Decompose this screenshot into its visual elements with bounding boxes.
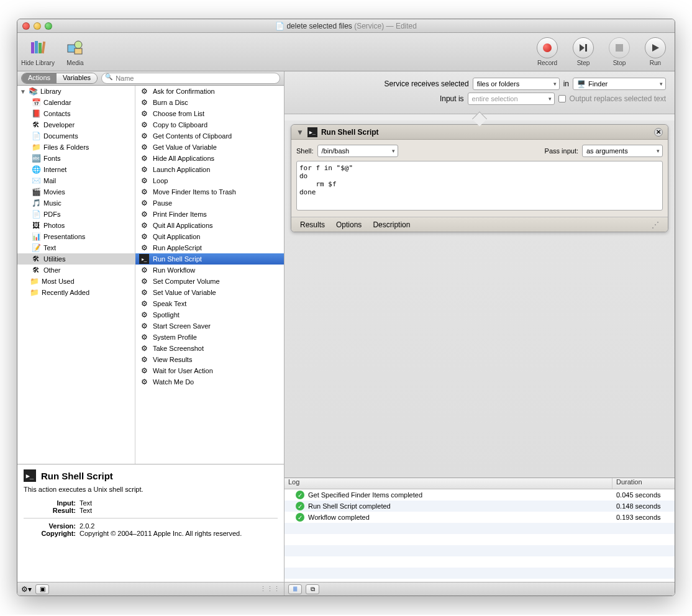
action-label: Pause [153, 199, 172, 207]
action-list-item[interactable]: ⚙︎Loop [135, 175, 284, 186]
output-replaces-checkbox[interactable] [558, 95, 566, 102]
action-label: Set Computer Volume [153, 278, 220, 285]
gear-menu-button[interactable]: ⚙︎▾ [21, 585, 32, 594]
action-list-item[interactable]: ⚙︎Run Workflow [135, 265, 284, 276]
action-list-item[interactable]: ⚙︎Choose from List [135, 108, 284, 119]
category-column[interactable]: ▼ 📚 Library 📅Calendar📕Contacts🛠Developer… [17, 86, 135, 464]
category-item[interactable]: 🎵Music [17, 197, 135, 209]
category-icon: 📄 [31, 131, 41, 141]
action-list-item[interactable]: ⚙︎Quit All Applications [135, 220, 284, 231]
category-item[interactable]: 📅Calendar [17, 97, 135, 108]
category-item[interactable]: ✉️Mail [17, 175, 135, 186]
window-title: 📄 delete selected files (Service) — Edit… [17, 22, 675, 30]
action-header[interactable]: ▼ ▸_ Run Shell Script ✕ [291, 125, 668, 140]
category-item[interactable]: 📁Recently Added [17, 287, 135, 298]
step-icon [579, 43, 588, 52]
log-view-list-button[interactable]: ≣ [288, 584, 302, 594]
action-list-item[interactable]: ⚙︎View Results [135, 354, 284, 365]
category-item[interactable]: 🛠Developer [17, 119, 135, 130]
success-icon: ✓ [296, 502, 304, 510]
column-resize-handle[interactable]: ⋮⋮⋮ [260, 585, 280, 593]
action-label: Get Value of Variable [153, 143, 217, 151]
category-item[interactable]: 📁Most Used [17, 276, 135, 287]
category-item[interactable]: 📕Contacts [17, 108, 135, 119]
category-item[interactable]: 🌐Internet [17, 164, 135, 175]
action-list-item[interactable]: ⚙︎Speak Text [135, 298, 284, 309]
action-list-item[interactable]: ⚙︎Launch Application [135, 164, 284, 175]
action-list-item[interactable]: ⚙︎Set Value of Variable [135, 287, 284, 298]
search-input[interactable] [101, 73, 280, 84]
action-list-item[interactable]: ⚙︎Start Screen Saver [135, 320, 284, 332]
toggle-detail-button[interactable]: ▣ [35, 584, 49, 594]
action-list-item[interactable]: ⚙︎Get Contents of Clipboard [135, 130, 284, 142]
smart-folder-icon: 📁 [29, 288, 39, 297]
action-list-item[interactable]: ⚙︎Run AppleScript [135, 242, 284, 253]
run-button[interactable]: Run [640, 37, 671, 66]
log-row[interactable]: ✓Get Specified Finder Items completed0.0… [285, 489, 675, 500]
run-label: Run [650, 60, 661, 66]
input-is-label: Input is [440, 94, 464, 103]
action-list-item[interactable]: ⚙︎Spotlight [135, 309, 284, 320]
action-list-item[interactable]: ⚙︎Quit Application [135, 231, 284, 242]
actions-column[interactable]: ⚙︎Ask for Confirmation⚙︎Burn a Disc⚙︎Cho… [135, 86, 284, 464]
action-list-item[interactable]: ⚙︎Get Value of Variable [135, 142, 284, 153]
category-item[interactable]: 🖼Photos [17, 220, 135, 231]
input-connector [285, 114, 675, 120]
log-row[interactable]: ✓Workflow completed0.193 seconds [285, 512, 675, 523]
action-list-item[interactable]: ⚙︎Hide All Applications [135, 153, 284, 164]
log-column-duration[interactable]: Duration [612, 478, 675, 489]
action-icon: ⚙︎ [139, 299, 149, 309]
action-list-item[interactable]: ⚙︎Move Finder Items to Trash [135, 186, 284, 197]
category-item[interactable]: 📁Files & Folders [17, 142, 135, 153]
action-list-item[interactable]: ▸_Run Shell Script [135, 253, 284, 265]
action-tab-description[interactable]: Description [373, 220, 410, 229]
category-item[interactable]: 🛠Other [17, 265, 135, 276]
remove-action-button[interactable]: ✕ [654, 128, 663, 137]
library-sidebar: Actions Variables ▼ 📚 Library 📅Calendar📕… [17, 71, 285, 596]
action-list-item[interactable]: ⚙︎Wait for User Action [135, 365, 284, 376]
log-column-log[interactable]: Log [285, 478, 612, 489]
category-item[interactable]: 📄Documents [17, 130, 135, 142]
disclosure-triangle-icon[interactable]: ▼ [20, 88, 25, 95]
action-tab-options[interactable]: Options [336, 220, 362, 229]
title-bar: 📄 delete selected files (Service) — Edit… [17, 19, 675, 33]
action-tab-results[interactable]: Results [300, 220, 325, 229]
action-list-item[interactable]: ⚙︎Set Computer Volume [135, 276, 284, 287]
disclosure-triangle-icon[interactable]: ▼ [296, 128, 304, 137]
action-list-item[interactable]: ⚙︎Print Finder Items [135, 209, 284, 220]
media-button[interactable]: Media [60, 37, 91, 66]
service-app-select[interactable]: 🖥️Finder [573, 78, 666, 90]
resize-grip-icon[interactable]: ⋰ [652, 220, 659, 229]
category-item[interactable]: 📊Presentations [17, 231, 135, 242]
library-tabs[interactable]: Actions Variables [21, 73, 98, 84]
action-list-item[interactable]: ⚙︎System Profile [135, 332, 284, 343]
category-icon: 📁 [31, 142, 41, 152]
action-list-item[interactable]: ⚙︎Copy to Clipboard [135, 119, 284, 130]
pass-input-select[interactable]: as arguments [582, 145, 663, 157]
tab-variables[interactable]: Variables [57, 73, 97, 83]
action-label: Quit All Applications [153, 222, 213, 229]
log-row[interactable]: ✓Run Shell Script completed0.148 seconds [285, 500, 675, 512]
script-editor[interactable] [296, 161, 663, 211]
category-label: Documents [43, 132, 78, 140]
action-list-item[interactable]: ⚙︎Pause [135, 197, 284, 209]
category-item[interactable]: 🛠Utilities [17, 253, 135, 265]
action-list-item[interactable]: ⚙︎Ask for Confirmation [135, 86, 284, 97]
category-item[interactable]: 🎬Movies [17, 186, 135, 197]
hide-library-button[interactable]: Hide Library [21, 37, 55, 66]
record-button[interactable]: Record [532, 37, 563, 66]
category-library[interactable]: ▼ 📚 Library [17, 86, 135, 97]
action-list-item[interactable]: ⚙︎Take Screenshot [135, 343, 284, 354]
service-receives-select[interactable]: files or folders [473, 78, 560, 90]
shell-select[interactable]: /bin/bash [317, 145, 398, 157]
step-button[interactable]: Step [568, 37, 599, 66]
log-view-flow-button[interactable]: ⧉ [306, 584, 319, 594]
tab-actions[interactable]: Actions [22, 73, 57, 83]
action-list-item[interactable]: ⚙︎Watch Me Do [135, 376, 284, 387]
category-item[interactable]: 🔤Fonts [17, 153, 135, 164]
workflow-canvas[interactable]: ▼ ▸_ Run Shell Script ✕ Shell: /bin/bash… [285, 120, 675, 478]
action-icon: ⚙︎ [139, 310, 149, 320]
category-item[interactable]: 📝Text [17, 242, 135, 253]
category-item[interactable]: 📄PDFs [17, 209, 135, 220]
action-list-item[interactable]: ⚙︎Burn a Disc [135, 97, 284, 108]
